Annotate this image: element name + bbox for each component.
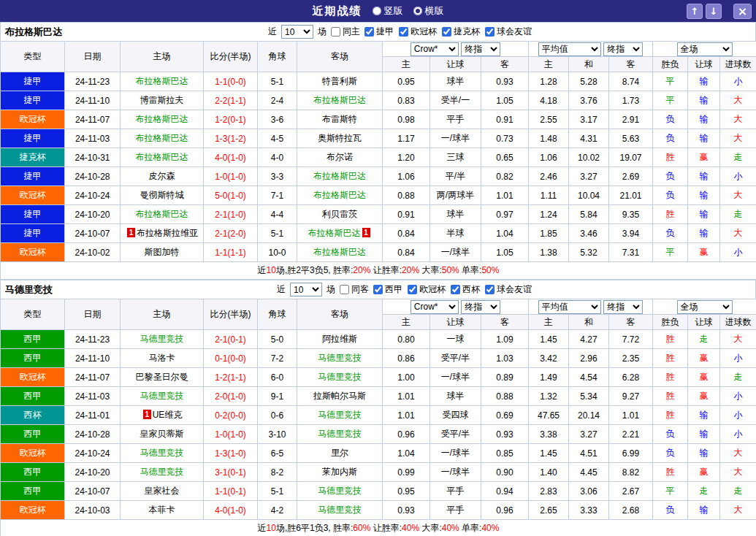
same-venue-checkbox[interactable] [340,285,349,294]
home-team: 马德里竞技 [121,463,204,482]
odds-home: 0.95 [383,482,430,501]
team-name: 布拉格斯巴达 [136,133,188,143]
average-select[interactable]: 平均值 [538,300,601,314]
summary-segment: 60% [353,523,370,533]
odds-handicap: 三球 [430,148,481,167]
avg-draw: 3.06 [569,482,609,501]
odds-home: 1.20 [383,148,430,167]
odds-away: 0.91 [481,110,529,129]
col-odds-handicap: 让球 [430,57,481,72]
avg-draw: 4.51 [569,444,609,463]
layout-horizontal-radio[interactable]: 横版 [413,4,444,18]
match-row: 西甲24-10-20马德里竞技3-1(0-1)8-2莱加内斯0.99一/球半0.… [1,463,756,482]
avg-draw: 10.04 [569,186,609,205]
average-select-group: 平均值 终指 [529,42,653,57]
odds-handicap: 一球 [430,330,481,349]
avg-draw: 4.45 [569,463,609,482]
league-badge: 西甲 [1,482,65,501]
sections-container: 布拉格斯巴达 近 10 场 同主 捷甲欧冠杯捷克杯球会友谊 [0,22,756,536]
average-final-index-select[interactable]: 终指 [603,300,643,314]
result-outcome: 胜 [653,349,688,368]
move-down-button[interactable]: ↓ [706,4,722,19]
match-count-select[interactable]: 10 [281,25,313,39]
same-venue-label: 同主 [343,26,360,38]
match-row: 西甲24-10-28皇家贝蒂斯1-0(1-0)3-10马德里竞技0.96受平/半… [1,425,756,444]
games-label: 场 [318,26,327,38]
odds-away: 0.85 [481,444,529,463]
league-filter[interactable]: 欧冠杯 [408,283,446,296]
avg-home: 3.42 [529,349,569,368]
odds-away: 1.01 [481,186,529,205]
odds-select-group: Crow* 终指 [383,42,529,57]
odds-home: 0.86 [383,349,430,368]
match-date: 24-10-03 [65,501,121,520]
league-filter[interactable]: 欧冠杯 [399,26,437,38]
move-up-button[interactable]: ↑ [687,4,703,19]
games-label: 场 [327,283,335,296]
match-date: 24-10-24 [65,186,121,205]
avg-away: 7.72 [609,330,653,349]
match-score: 4-0(1-0) [204,148,258,167]
league-filter[interactable]: 西杯 [451,283,480,296]
bookmaker-select[interactable]: Crow* [411,300,459,314]
team-name: 布拉格斯巴达 [308,228,361,238]
average-select[interactable]: 平均值 [538,42,601,56]
final-index-select[interactable]: 终指 [461,300,500,314]
avg-draw: 3.17 [569,110,609,129]
league-filter[interactable]: 捷甲 [364,26,394,38]
match-row: 捷甲24-10-20布拉格斯巴达2-1(1-0)4-4利贝雷茨0.91球半0.9… [1,205,756,224]
odds-handicap: 一/球半 [430,243,481,262]
match-date: 24-10-28 [65,425,121,444]
league-checkbox[interactable] [485,27,495,37]
league-filter[interactable]: 西甲 [373,283,402,296]
result-goals: 大 [720,330,756,349]
col-corner: 角球 [258,42,297,72]
league-filter[interactable]: 球会友谊 [485,283,532,296]
layout-vertical-radio[interactable]: 竖版 [373,4,403,18]
final-index-select[interactable]: 终指 [461,42,500,56]
league-filter[interactable]: 球会友谊 [485,26,532,38]
same-venue-checkbox[interactable] [331,27,340,37]
league-checkbox[interactable] [373,285,383,294]
match-row: 西甲24-11-23马德里竞技2-1(0-1)5-0阿拉维斯0.80一球1.09… [1,330,756,349]
fulltime-select[interactable]: 全场 [677,42,733,56]
team-name: UE维克 [153,410,183,420]
team-name: 皇家贝蒂斯 [140,429,184,439]
odds-away: 0.69 [481,406,529,425]
same-venue-filter[interactable]: 同主 [331,26,360,38]
result-outcome: 负 [653,425,688,444]
result-outcome: 负 [653,501,688,520]
summary-segment: 场,胜6平1负3, 胜率: [276,523,353,533]
match-count-select[interactable]: 10 [290,283,322,296]
result-goals: 小 [720,349,756,368]
same-venue-label: 同客 [351,283,369,296]
odds-home: 0.80 [383,330,430,349]
league-filters: 捷甲欧冠杯捷克杯球会友谊 [364,26,532,38]
league-checkbox[interactable] [442,27,451,37]
match-row: 欧冠杯24-10-02斯图加特1-1(1-1)10-0布拉格斯巴达0.84一/球… [1,243,756,262]
home-team: 曼彻斯特城 [121,186,204,205]
col-result-goals: 进球数 [720,315,756,330]
league-checkbox[interactable] [485,285,495,294]
league-filter[interactable]: 捷克杯 [442,26,480,38]
same-venue-filter[interactable]: 同客 [340,283,369,296]
avg-away: 1.01 [609,406,653,425]
close-button[interactable]: × [733,4,752,19]
result-goals: 大 [720,91,756,110]
bookmaker-select[interactable]: Crow* [411,42,459,56]
odds-handicap: 受四球 [430,406,481,425]
league-checkbox[interactable] [399,27,408,37]
result-handicap: 赢 [688,349,720,368]
team-name: 马德里竞技 [318,505,362,515]
result-goals: 小 [720,387,756,406]
average-final-index-select[interactable]: 终指 [603,42,643,56]
league-checkbox[interactable] [451,285,460,294]
league-checkbox[interactable] [408,285,417,294]
match-date: 24-11-03 [65,387,121,406]
league-checkbox[interactable] [364,27,374,37]
odds-home: 1.04 [383,444,430,463]
fulltime-select[interactable]: 全场 [677,300,733,314]
avg-home: 2.83 [529,482,569,501]
match-date: 24-10-24 [65,444,121,463]
col-type: 类型 [1,42,65,72]
